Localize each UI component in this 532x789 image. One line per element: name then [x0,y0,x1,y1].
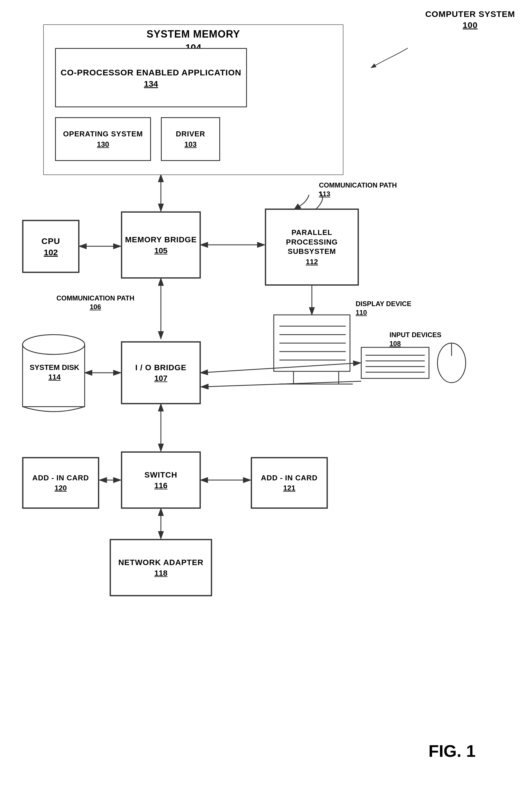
co-processor-number: 134 [144,79,158,89]
display-device-number: 110 [356,309,367,316]
comm-path-113-label: COMMUNICATION PATH 113 [319,181,397,198]
cpu-label: CPU [41,236,60,246]
display-device-text: DISPLAY DEVICE [356,300,411,308]
input-devices-number: 108 [390,340,401,347]
comm-path-106-number: 106 [90,303,101,311]
os-label: OPERATING SYSTEM [63,129,143,139]
switch-box: SWITCH 116 [121,452,201,508]
os-number: 130 [97,140,109,149]
memory-bridge-label: MEMORY BRIDGE [125,235,197,245]
system-disk-label: SYSTEM DISK 114 [25,363,84,382]
network-adapter-number: 118 [154,569,168,578]
input-devices-text: INPUT DEVICES [390,331,441,338]
driver-label: DRIVER [176,129,205,139]
co-processor-label: CO-PROCESSOR ENABLED APPLICATION [61,67,241,78]
network-adapter-box: NETWORK ADAPTER 118 [110,539,212,596]
switch-number: 116 [154,481,168,490]
computer-system-label: COMPUTER SYSTEM 100 [425,8,515,31]
input-devices-label: INPUT DEVICES 108 [390,330,441,348]
system-disk-text: SYSTEM DISK [30,363,79,372]
driver-number: 103 [184,140,196,149]
add-in-card-121-label: ADD - IN CARD [261,473,318,483]
diagram-container: COMPUTER SYSTEM 100 SYSTEM MEMORY 104 CO… [0,0,532,789]
parallel-processing-number: 112 [306,258,318,266]
comm-path-113-text: COMMUNICATION PATH [319,181,397,189]
comm-path-106-label: COMMUNICATION PATH 106 [56,294,134,311]
cpu-box: CPU 102 [23,220,79,273]
comm-path-106-text: COMMUNICATION PATH [56,294,134,302]
svg-rect-20 [274,315,350,371]
add-in-card-120-box: ADD - IN CARD 120 [23,457,99,508]
svg-point-34 [437,343,466,383]
io-bridge-box: I / O BRIDGE 107 [121,342,201,404]
io-bridge-label: I / O BRIDGE [135,363,187,373]
svg-line-36 [201,363,361,373]
parallel-processing-box: PARALLEL PROCESSING SUBSYSTEM 112 [265,209,358,285]
figure-label: FIG. 1 [429,741,476,761]
operating-system-box: OPERATING SYSTEM 130 [55,117,151,161]
display-device-label: DISPLAY DEVICE 110 [356,299,411,317]
driver-box: DRIVER 103 [161,117,220,161]
switch-label: SWITCH [145,470,177,480]
system-memory-label: SYSTEM MEMORY [44,28,343,41]
co-processor-app-box: CO-PROCESSOR ENABLED APPLICATION 134 [55,48,247,107]
svg-line-37 [201,381,361,387]
memory-bridge-number: 105 [154,246,168,255]
cpu-number: 102 [44,247,58,257]
comm-path-113-number: 113 [319,190,330,198]
computer-system-title: COMPUTER SYSTEM [425,9,515,19]
add-in-card-120-number: 120 [55,484,66,493]
system-disk-number: 114 [48,373,60,381]
add-in-card-121-box: ADD - IN CARD 121 [251,457,327,508]
add-in-card-121-number: 121 [283,484,295,493]
computer-system-number: 100 [462,20,477,30]
network-adapter-label: NETWORK ADAPTER [118,557,204,568]
parallel-processing-label: PARALLEL PROCESSING SUBSYSTEM [266,228,358,256]
svg-rect-29 [361,347,429,379]
svg-point-17 [23,335,85,354]
memory-bridge-box: MEMORY BRIDGE 105 [121,212,201,278]
io-bridge-number: 107 [154,374,168,383]
add-in-card-120-label: ADD - IN CARD [33,473,89,483]
